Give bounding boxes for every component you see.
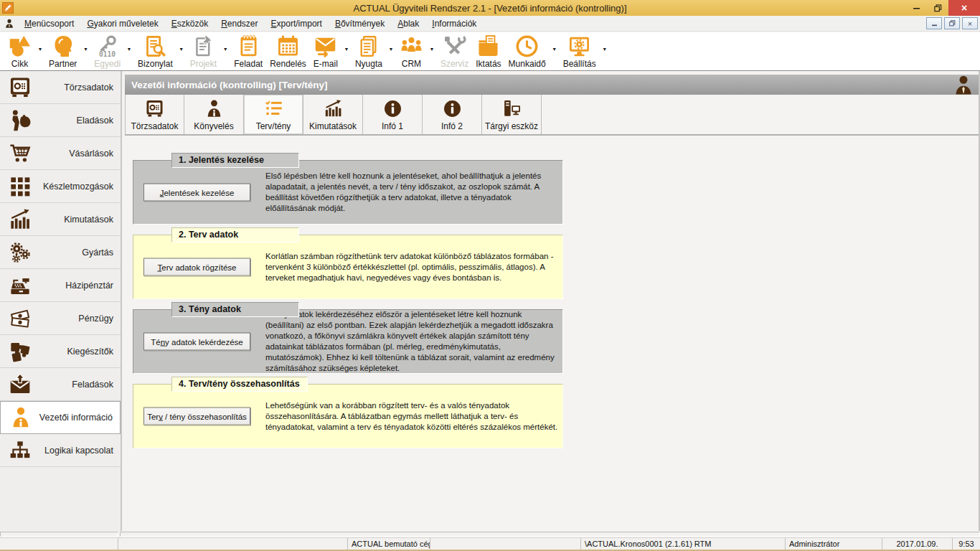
terv-teny-osszehasonlitas-button[interactable]: Terv / tény összehasonlítás — [143, 408, 250, 425]
dropdown-arrow[interactable]: ▼ — [550, 34, 560, 69]
sidebar-item-penzugy[interactable]: Pénzügy — [0, 302, 121, 335]
title-bar: ACTUAL Ügyviteli Rendszer 2.1 - [Vezetői… — [0, 0, 980, 16]
menu-item-menucsoport[interactable]: Menücsoport — [18, 17, 80, 31]
dropdown-arrow[interactable]: ▼ — [427, 34, 437, 69]
sidebar-item-torzsadatok[interactable]: Törzsadatok — [0, 71, 121, 104]
toolbar-button-rendeles[interactable]: Rendelés — [266, 34, 310, 69]
tab-info-1[interactable]: Infó 1 — [363, 95, 423, 134]
person-tie-icon — [953, 75, 974, 96]
toolbar-button-cikk[interactable]: Cikk — [4, 34, 35, 69]
status-bar: ACTUAL bemutató cég \ACTUAL.Kronos0001 (… — [0, 537, 980, 550]
menu-item-gyakori-muveletek[interactable]: Gyakori műveletek — [80, 17, 164, 31]
tab-kimutatasok[interactable]: Kimutatások — [303, 95, 363, 134]
child-close-button[interactable]: × — [962, 17, 978, 29]
section-title: 2. Terv adatok — [171, 227, 299, 242]
dropdown-arrow[interactable]: ▼ — [35, 34, 45, 69]
receipt-stack-icon — [357, 34, 380, 58]
toolbar-button-email[interactable]: E-mail — [310, 34, 341, 69]
toolbar-button-partner[interactable]: Partner — [45, 34, 80, 69]
window-title: ACTUAL Ügyviteli Rendszer 2.1 - [Vezetői… — [0, 3, 980, 14]
sidebar-item-feladasok[interactable]: Feladások — [0, 368, 121, 401]
notepad-icon — [237, 34, 260, 58]
section-title: 4. Terv/tény összehasonlítás — [171, 377, 308, 392]
people-group-icon — [400, 34, 423, 58]
section-description: A tényadatok lekérdezéséhez először a je… — [265, 309, 558, 374]
sidebar-item-kiegeszitok[interactable]: Kiegészítők — [0, 335, 121, 368]
toolbar-button-nyugta[interactable]: Nyugta — [352, 34, 386, 69]
sections: 1. Jelentés kezelése Jelentések kezelése… — [122, 136, 979, 448]
minimize-button[interactable] — [905, 0, 927, 16]
person-info-icon — [9, 406, 32, 429]
dropdown-arrow[interactable]: ▼ — [220, 34, 230, 69]
restore-button[interactable] — [927, 0, 948, 16]
clock-icon — [515, 34, 539, 58]
sidebar-item-keszletmozgasok[interactable]: Készletmozgások — [0, 170, 121, 203]
safe-icon — [145, 99, 164, 118]
bar-chart-icon — [324, 99, 343, 118]
envelope-up-icon — [9, 373, 32, 396]
dropdown-arrow[interactable]: ▼ — [80, 34, 90, 69]
menu-item-bovitmenyek[interactable]: Bővítmények — [329, 17, 391, 31]
close-button[interactable]: × — [948, 0, 980, 16]
shapes-icon — [8, 34, 32, 58]
sidebar-item-eladasok[interactable]: Eladások — [0, 104, 121, 137]
toolbar-button-bizonylat[interactable]: Bizonylat — [134, 34, 176, 69]
section-teny-adatok: 3. Tény adatok Tény adatok lekérdezése A… — [133, 309, 563, 374]
status-cell-empty — [0, 538, 118, 550]
tab-info-2[interactable]: Infó 2 — [423, 95, 482, 134]
clipboard-pin-icon — [192, 34, 215, 58]
tab-targyi-eszkoz[interactable]: Tárgyi eszköz — [482, 95, 542, 134]
person-info-icon — [204, 99, 224, 118]
menu-item-export-import[interactable]: Export/import — [265, 17, 329, 31]
dropdown-arrow[interactable]: ▼ — [341, 34, 352, 69]
menu-item-ablak[interactable]: Ablak — [391, 17, 425, 31]
sidebar-item-gyartas[interactable]: Gyártás — [0, 236, 121, 269]
dropdown-arrow[interactable]: ▼ — [600, 34, 610, 69]
jelentesek-kezelese-button[interactable]: Jelentések kezelése — [143, 184, 250, 202]
toolbar-button-crm[interactable]: CRM — [396, 34, 427, 69]
gears-icon — [9, 241, 32, 264]
child-restore-button[interactable] — [944, 17, 960, 29]
section-title: 3. Tény adatok — [171, 302, 299, 317]
sidebar-item-vasarlasok[interactable]: Vásárlások — [0, 137, 121, 170]
tab-terv-teny[interactable]: Terv/tény — [244, 95, 303, 134]
section-description: Lehetőségünk van a korábban rögzített te… — [265, 400, 558, 433]
status-database: \ACTUAL.Kronos0001 (2.1.61) RTM — [581, 538, 786, 550]
dropdown-arrow[interactable]: ▼ — [124, 34, 134, 69]
tab-strip: Törzsadatok Könyvelés Terv/tény Kimutatá… — [125, 95, 979, 136]
sidebar-item-kimutatasok[interactable]: Kimutatások — [0, 203, 121, 236]
document-search-icon — [143, 34, 167, 58]
toolbar-button-projekt: Projekt — [187, 34, 220, 69]
toolbar-button-beallitas[interactable]: Beállítás — [560, 34, 600, 69]
toolbar-button-munkaido[interactable]: Munkaidő — [505, 34, 550, 69]
menu-item-informaciok[interactable]: Információk — [425, 17, 483, 31]
menu-item-rendszer[interactable]: Rendszer — [215, 17, 264, 31]
sidebar-item-vezetoi-informacio[interactable]: Vezetői információ — [0, 401, 121, 434]
seller-bag-icon — [9, 109, 32, 132]
info-icon — [443, 99, 462, 118]
child-minimize-button[interactable] — [926, 17, 942, 29]
dropdown-arrow[interactable]: ▼ — [176, 34, 187, 69]
tab-konyveles[interactable]: Könyvelés — [184, 95, 244, 134]
page-title-bar: Vezetői információ (kontrolling) [Terv/t… — [125, 75, 979, 95]
cash-register-icon — [9, 274, 32, 297]
money-icon — [9, 307, 32, 330]
bottom-strip — [0, 531, 980, 537]
status-date: 2017.01.09. — [882, 538, 953, 550]
toolbar-button-feladat[interactable]: Feladat — [230, 34, 266, 69]
tab-torzsadatok[interactable]: Törzsadatok — [125, 95, 184, 134]
toolbar-button-iktatas[interactable]: Iktatás — [472, 34, 504, 69]
sidebar-item-hazipenztar[interactable]: Házipénztár — [0, 269, 121, 302]
bar-chart-icon — [9, 208, 32, 231]
shopping-cart-icon — [9, 142, 32, 165]
hierarchy-icon — [9, 439, 32, 462]
status-user: Adminisztrátor — [786, 538, 882, 550]
teny-adatok-lekerdezese-button[interactable]: Tény adatok lekérdezése — [143, 333, 250, 351]
sidebar-item-logikai-kapcsolat[interactable]: Logikai kapcsolat — [0, 434, 121, 467]
page-title: Vezetői információ (kontrolling) [Terv/t… — [131, 80, 328, 90]
section-terv-adatok: 2. Terv adatok Terv adatok rögzítése Kor… — [133, 235, 563, 299]
status-cell-empty — [118, 538, 348, 550]
menu-item-eszkozok[interactable]: Eszközök — [165, 17, 215, 31]
dropdown-arrow[interactable]: ▼ — [386, 34, 396, 69]
terv-adatok-rogzitese-button[interactable]: Terv adatok rögzítése — [143, 258, 250, 276]
